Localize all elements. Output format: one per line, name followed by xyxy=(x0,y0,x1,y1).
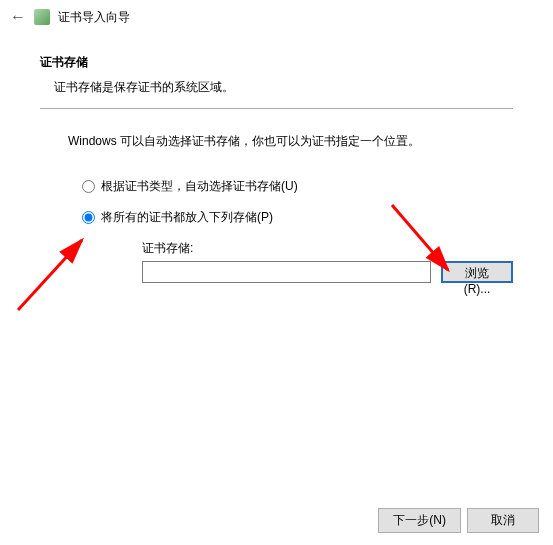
radio-manual-input[interactable] xyxy=(82,211,95,224)
wizard-header: ← 证书导入向导 xyxy=(0,0,553,34)
divider xyxy=(40,108,513,109)
radio-auto-select[interactable]: 根据证书类型，自动选择证书存储(U) xyxy=(82,178,513,195)
header-title: 证书导入向导 xyxy=(58,9,130,26)
store-label: 证书存储: xyxy=(142,240,513,257)
radio-group: 根据证书类型，自动选择证书存储(U) 将所有的证书都放入下列存储(P) 证书存储… xyxy=(82,178,513,283)
radio-auto-label: 根据证书类型，自动选择证书存储(U) xyxy=(101,178,298,195)
browse-button[interactable]: 浏览(R)... xyxy=(441,261,513,283)
footer-buttons: 下一步(N) 取消 xyxy=(378,508,539,533)
cancel-button[interactable]: 取消 xyxy=(467,508,539,533)
content-area: 证书存储 证书存储是保存证书的系统区域。 Windows 可以自动选择证书存储，… xyxy=(0,34,553,283)
store-row: 浏览(R)... xyxy=(142,261,513,283)
section-description: 证书存储是保存证书的系统区域。 xyxy=(54,79,513,96)
radio-manual-select[interactable]: 将所有的证书都放入下列存储(P) xyxy=(82,209,513,226)
back-arrow-icon[interactable]: ← xyxy=(10,8,26,26)
section-title: 证书存储 xyxy=(40,54,513,71)
radio-manual-label: 将所有的证书都放入下列存储(P) xyxy=(101,209,273,226)
next-button[interactable]: 下一步(N) xyxy=(378,508,461,533)
radio-auto-input[interactable] xyxy=(82,180,95,193)
store-section: 证书存储: 浏览(R)... xyxy=(142,240,513,283)
wizard-icon xyxy=(34,9,50,25)
info-text: Windows 可以自动选择证书存储，你也可以为证书指定一个位置。 xyxy=(68,133,513,150)
store-input[interactable] xyxy=(142,261,431,283)
